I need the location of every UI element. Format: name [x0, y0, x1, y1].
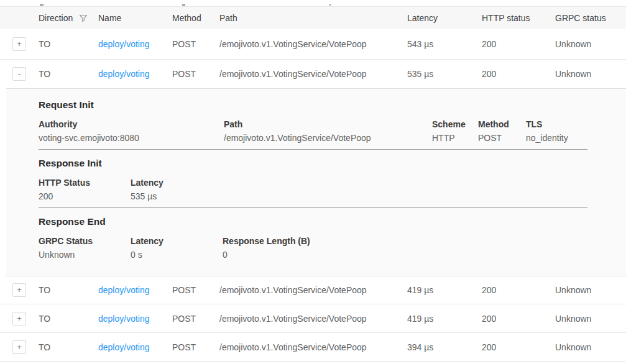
latency-cell: 535 µs [407, 69, 482, 79]
requests-table: Direction Name Method Path Latency HTTP … [0, 6, 626, 362]
field-scheme: Scheme HTTP [432, 119, 478, 144]
http-status-cell: 200 [482, 69, 555, 79]
latency-cell: 394 µs [407, 342, 482, 352]
grpc-status-cell: Unknown [555, 285, 626, 295]
header-direction: Direction [39, 13, 98, 23]
response-init-section: Response Init HTTP Status 200 Latency 53… [39, 157, 587, 208]
path-cell: /emojivoto.v1.VotingService/VotePoop [219, 342, 407, 352]
http-status-cell: 200 [482, 39, 555, 49]
tap-requests-screen: Direction Name Method Path Latency HTTP … [0, 0, 626, 364]
expand-cell: + [0, 312, 39, 325]
name-cell: deploy/voting [98, 39, 172, 49]
field-value: HTTP [432, 132, 472, 144]
header-direction-label: Direction [39, 13, 73, 23]
header-name: Name [98, 13, 172, 23]
resource-link[interactable]: deploy/voting [98, 314, 150, 324]
field-value: Unknown [39, 249, 124, 261]
name-cell: deploy/voting [98, 285, 172, 295]
cropped-text-artifact [40, 4, 44, 6]
method-cell: POST [172, 342, 219, 352]
section-title: Request Init [39, 99, 587, 111]
http-status-cell: 200 [482, 314, 555, 324]
grpc-status-cell: Unknown [555, 39, 626, 49]
field-label: TLS [526, 119, 568, 130]
path-cell: /emojivoto.v1.VotingService/VotePoop [219, 39, 407, 49]
field-value: /emojivoto.v1.VotingService/VotePoop [224, 132, 426, 144]
method-cell: POST [172, 285, 219, 295]
field-latency: Latency 535 µs [131, 177, 170, 202]
field-response-length: Response Length (B) 0 [223, 235, 316, 261]
direction-cell: TO [39, 285, 98, 295]
field-label: Path [224, 119, 426, 130]
expand-row-button[interactable]: + [12, 340, 26, 354]
field-value: 535 µs [131, 191, 163, 202]
field-label: Latency [131, 235, 216, 247]
expand-cell: - [0, 67, 39, 81]
field-http-status: HTTP Status 200 [39, 177, 131, 202]
section-fields: Authority voting-svc.emojivoto:8080 Path… [39, 119, 587, 144]
path-cell: /emojivoto.v1.VotingService/VotePoop [219, 314, 407, 324]
request-detail-panel: Request Init Authority voting-svc.emojiv… [6, 88, 626, 276]
resource-link[interactable]: deploy/voting [98, 285, 150, 295]
field-value: 0 s [131, 249, 216, 261]
latency-cell: 419 µs [407, 285, 482, 295]
section-divider [39, 207, 587, 208]
field-value: voting-svc.emojivoto:8080 [39, 132, 218, 144]
cropped-content-strip [0, 0, 626, 6]
response-end-section: Response End GRPC Status Unknown Latency… [39, 216, 587, 261]
header-latency: Latency [407, 13, 482, 23]
field-latency: Latency 0 s [131, 235, 223, 261]
field-grpc-status: GRPC Status Unknown [39, 235, 131, 261]
header-http-status: HTTP status [482, 13, 555, 23]
grpc-status-cell: Unknown [555, 69, 626, 79]
resource-link[interactable]: deploy/voting [98, 69, 150, 79]
header-grpc-status: GRPC status [555, 13, 626, 23]
field-authority: Authority voting-svc.emojivoto:8080 [39, 119, 224, 144]
method-cell: POST [172, 314, 219, 324]
field-label: Authority [39, 119, 218, 130]
filter-funnel-icon[interactable] [79, 14, 88, 22]
field-label: HTTP Status [39, 177, 124, 189]
field-value: no_identity [526, 132, 568, 144]
field-value: 200 [39, 191, 124, 202]
table-row: + TO deploy/voting POST /emojivoto.v1.Vo… [0, 304, 626, 333]
section-title: Response End [39, 216, 587, 228]
field-label: Response Length (B) [223, 235, 310, 247]
direction-cell: TO [39, 69, 98, 79]
section-divider [39, 149, 587, 150]
name-cell: deploy/voting [98, 69, 172, 79]
section-fields: GRPC Status Unknown Latency 0 s Response… [39, 235, 587, 261]
field-value: POST [478, 132, 520, 144]
expand-row-button[interactable]: + [12, 312, 26, 325]
latency-cell: 419 µs [407, 314, 482, 324]
name-cell: deploy/voting [98, 342, 172, 352]
path-cell: /emojivoto.v1.VotingService/VotePoop [219, 285, 407, 295]
direction-cell: TO [39, 314, 98, 324]
resource-link[interactable]: deploy/voting [98, 39, 150, 49]
grpc-status-cell: Unknown [555, 314, 626, 324]
expand-row-button[interactable]: + [12, 283, 26, 297]
table-header-row: Direction Name Method Path Latency HTTP … [0, 6, 626, 29]
expand-cell: + [0, 37, 39, 51]
resource-link[interactable]: deploy/voting [98, 342, 150, 352]
table-row: + TO deploy/voting POST /emojivoto.v1.Vo… [0, 276, 626, 304]
expand-cell: + [0, 340, 39, 354]
field-label: Scheme [432, 119, 472, 130]
expand-row-button[interactable]: + [12, 37, 26, 51]
method-cell: POST [172, 39, 219, 49]
name-cell: deploy/voting [98, 314, 172, 324]
latency-cell: 543 µs [407, 39, 482, 49]
grpc-status-cell: Unknown [555, 342, 626, 352]
field-label: Latency [131, 177, 163, 189]
collapse-row-button[interactable]: - [12, 67, 26, 81]
cropped-text-artifact [182, 4, 185, 6]
table-row: + TO deploy/voting POST /emojivoto.v1.Vo… [0, 29, 626, 60]
field-method: Method POST [478, 119, 526, 144]
field-path: Path /emojivoto.v1.VotingService/VotePoo… [224, 119, 432, 144]
field-label: Method [478, 119, 520, 130]
http-status-cell: 200 [482, 285, 555, 295]
method-cell: POST [172, 69, 219, 79]
field-tls: TLS no_identity [526, 119, 574, 144]
field-label: GRPC Status [39, 235, 124, 247]
header-method: Method [172, 13, 219, 23]
